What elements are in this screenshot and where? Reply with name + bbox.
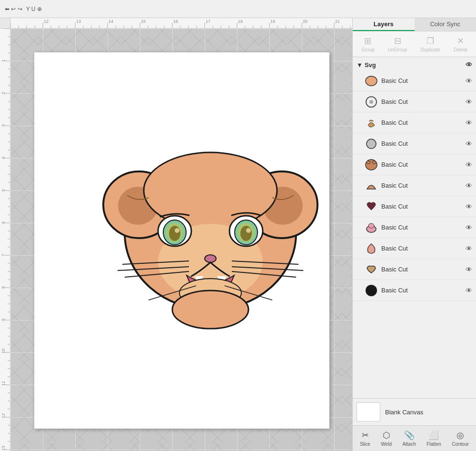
svg-arrow: ▼ [357, 61, 363, 69]
layer-thumbnail [364, 200, 378, 214]
ruler-horizontal [10, 18, 352, 29]
svg-label: Svg [365, 61, 376, 69]
layer-row[interactable]: Basic Cut👁 [353, 196, 476, 217]
panel-toolbar: ⊞ Group ⊟ UnGroup ❐ Duplicate ✕ Delete [353, 31, 476, 57]
layer-name: Basic Cut [381, 98, 463, 105]
right-panel: Layers Color Sync ⊞ Group ⊟ UnGroup ❐ Du… [352, 18, 476, 451]
layer-thumbnail [364, 158, 378, 172]
layer-visibility-toggle[interactable]: 👁 [466, 182, 472, 190]
layer-visibility-toggle[interactable]: 👁 [466, 287, 472, 294]
layer-row[interactable]: Basic Cut👁 [353, 259, 476, 280]
layer-row[interactable]: Basic Cut👁 [353, 91, 476, 112]
layer-visibility-toggle[interactable]: 👁 [466, 77, 472, 85]
layer-visibility-toggle[interactable]: 👁 [466, 224, 472, 231]
delete-label: Delete [454, 47, 467, 52]
layer-name: Basic Cut [381, 161, 463, 168]
delete-button[interactable]: ✕ Delete [451, 34, 470, 54]
layer-thumbnail [364, 116, 378, 130]
duplicate-button[interactable]: ❐ Duplicate [417, 34, 443, 54]
flatten-label: Flatten [426, 441, 441, 447]
blank-canvas-thumb [357, 402, 380, 421]
zoom-controls: Y U ⊕ [26, 6, 42, 12]
attach-label: Attach [402, 441, 416, 447]
layer-thumbnail [364, 179, 378, 193]
attach-button[interactable]: 📎 Attach [399, 429, 418, 448]
layer-row[interactable]: Basic Cut👁 [353, 217, 476, 238]
svg-point-16 [238, 223, 255, 242]
ungroup-button[interactable]: ⊟ UnGroup [385, 34, 410, 54]
toolbar-controls: ⬅ ↩ ↪ [5, 6, 22, 12]
flatten-icon: ⬜ [428, 430, 439, 441]
layer-name: Basic Cut [381, 224, 463, 231]
lion-illustration [82, 129, 339, 333]
svg-point-29 [366, 76, 377, 86]
svg-point-38 [366, 285, 377, 296]
group-label: Group [361, 47, 375, 52]
weld-icon: ⬡ [383, 430, 390, 441]
layer-name: Basic Cut [381, 182, 463, 189]
vertical-ruler [0, 29, 10, 451]
layer-thumbnail [364, 95, 378, 109]
flatten-button[interactable]: ⬜ Flatten [424, 429, 444, 448]
main-layout: Layers Color Sync ⊞ Group ⊟ UnGroup ❐ Du… [0, 18, 476, 451]
svg-point-37 [368, 223, 374, 228]
layer-row[interactable]: Basic Cut👁 [353, 175, 476, 196]
left-side [0, 18, 352, 451]
layer-visibility-toggle[interactable]: 👁 [466, 98, 472, 106]
svg-point-31 [369, 100, 373, 104]
svg-point-17 [205, 255, 216, 262]
svg-eye-icon[interactable]: 👁 [466, 61, 472, 69]
slice-icon: ✂ [362, 430, 369, 441]
layer-name: Basic Cut [381, 203, 463, 210]
group-icon: ⊞ [364, 36, 371, 46]
layer-thumbnail [364, 241, 378, 256]
contour-icon: ◎ [456, 430, 464, 441]
svg-point-32 [367, 139, 376, 149]
svg-point-11 [166, 223, 183, 242]
ruler-corner [0, 18, 10, 29]
layer-name: Basic Cut [381, 266, 463, 273]
weld-label: Weld [381, 441, 392, 447]
top-toolbar: ⬅ ↩ ↪ Y U ⊕ [0, 0, 476, 18]
layer-name: Basic Cut [381, 119, 463, 126]
group-button[interactable]: ⊞ Group [358, 34, 377, 54]
svg-point-34 [367, 161, 370, 164]
layer-thumbnail [364, 283, 378, 298]
contour-button[interactable]: ◎ Contour [449, 429, 472, 448]
layer-row[interactable]: Basic Cut👁 [353, 238, 476, 259]
layer-visibility-toggle[interactable]: 👁 [466, 119, 472, 127]
layer-row[interactable]: Basic Cut👁 [353, 70, 476, 91]
delete-icon: ✕ [457, 36, 464, 46]
slice-label: Slice [360, 441, 370, 447]
layers-container: Basic Cut👁Basic Cut👁Basic Cut👁Basic Cut👁… [353, 70, 476, 301]
svg-point-28 [172, 291, 248, 329]
svg-point-35 [372, 161, 376, 164]
layer-visibility-toggle[interactable]: 👁 [466, 245, 472, 252]
blank-canvas-row: Blank Canvas [353, 398, 476, 425]
tab-layers[interactable]: Layers [353, 18, 415, 31]
layer-visibility-toggle[interactable]: 👁 [466, 161, 472, 169]
layer-visibility-toggle[interactable]: 👁 [466, 266, 472, 273]
layers-list: ▼ Svg 👁 Basic Cut👁Basic Cut👁Basic Cut👁Ba… [353, 57, 476, 398]
slice-button[interactable]: ✂ Slice [357, 429, 373, 448]
layer-row[interactable]: Basic Cut👁 [353, 112, 476, 133]
layer-row[interactable]: Basic Cut👁 [353, 133, 476, 154]
bottom-action-toolbar: ✂ Slice ⬡ Weld 📎 Attach ⬜ Flatten ◎ Cont… [353, 425, 476, 451]
svg-point-5 [144, 152, 277, 229]
layer-visibility-toggle[interactable]: 👁 [466, 140, 472, 148]
panel-tabs: Layers Color Sync [353, 18, 476, 31]
svg-group-row[interactable]: ▼ Svg 👁 [353, 59, 476, 70]
white-canvas [34, 52, 329, 429]
ungroup-label: UnGroup [388, 47, 407, 52]
canvas-with-ruler [0, 29, 352, 451]
weld-button[interactable]: ⬡ Weld [378, 429, 395, 448]
canvas-area[interactable] [10, 29, 352, 451]
ungroup-icon: ⊟ [394, 36, 401, 46]
layer-row[interactable]: Basic Cut👁 [353, 280, 476, 301]
duplicate-icon: ❐ [426, 36, 434, 46]
tab-color-sync[interactable]: Color Sync [415, 18, 476, 31]
horizontal-ruler [0, 18, 352, 29]
layer-row[interactable]: Basic Cut👁 [353, 154, 476, 175]
layer-name: Basic Cut [381, 287, 463, 294]
layer-visibility-toggle[interactable]: 👁 [466, 203, 472, 210]
